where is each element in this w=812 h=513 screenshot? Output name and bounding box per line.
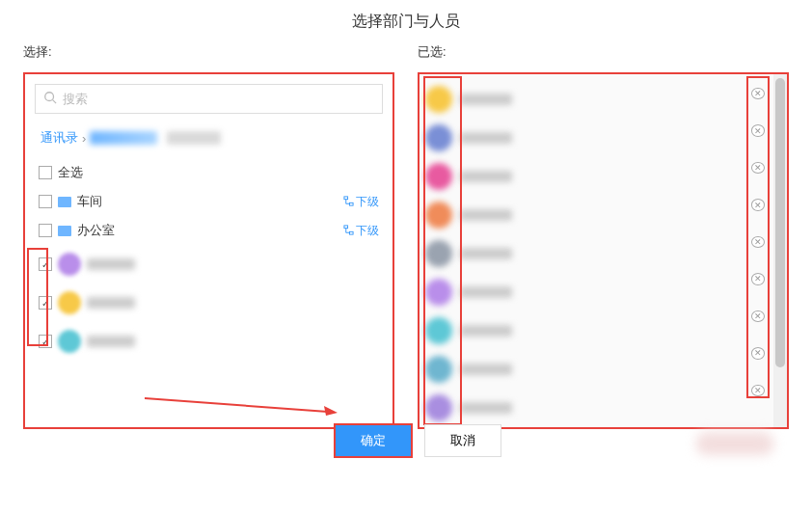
select-all-label: 全选 — [58, 164, 83, 181]
person-row — [35, 245, 383, 284]
person-checkbox[interactable] — [39, 335, 52, 348]
breadcrumb-item-blurred — [90, 131, 157, 145]
person-name-blurred — [460, 171, 512, 182]
selected-row — [425, 234, 744, 273]
dialog-title: 选择部门与人员 — [0, 0, 812, 43]
person-checkbox[interactable] — [39, 257, 52, 271]
dialog-footer: 确定 取消 — [0, 429, 812, 441]
person-name-blurred — [460, 364, 512, 375]
avatar — [58, 291, 81, 314]
person-name-blurred — [460, 209, 512, 221]
selected-row — [425, 119, 744, 157]
breadcrumb-root[interactable]: 通讯录 — [41, 129, 78, 147]
chevron-right-icon: › — [82, 131, 86, 146]
select-panel: 通讯录 › 全选 车间 — [23, 72, 394, 429]
selected-row — [425, 80, 744, 119]
scrollbar-thumb[interactable] — [775, 78, 785, 367]
select-all-checkbox[interactable] — [39, 166, 52, 179]
sublevel-link[interactable]: 下级 — [343, 223, 379, 239]
selected-panel: ✕✕✕✕✕✕✕✕✕ — [418, 72, 789, 429]
department-name: 车间 — [77, 193, 102, 210]
selected-row — [425, 196, 744, 234]
person-name-blurred — [87, 297, 135, 309]
breadcrumb-item-blurred — [167, 131, 221, 145]
department-row: 办公室 下级 — [35, 216, 383, 245]
selected-row — [425, 273, 744, 311]
avatar — [58, 253, 81, 276]
selected-row — [425, 350, 744, 389]
remove-button[interactable]: ✕ — [751, 88, 765, 99]
person-row — [35, 322, 383, 361]
svg-rect-4 — [344, 225, 348, 228]
selected-row — [425, 311, 744, 350]
selected-column: 已选: ✕✕✕✕✕✕✕✕✕ — [418, 43, 789, 429]
person-checkbox[interactable] — [39, 296, 52, 310]
department-checkbox[interactable] — [39, 224, 52, 237]
department-name: 办公室 — [77, 222, 115, 239]
folder-icon — [58, 197, 71, 207]
person-name-blurred — [460, 402, 512, 414]
person-name-blurred — [460, 325, 512, 337]
search-icon — [43, 91, 57, 107]
annotation-highlight — [423, 76, 462, 425]
search-box[interactable] — [35, 84, 383, 114]
select-column: 选择: 通讯录 › 全选 — [23, 43, 394, 429]
person-name-blurred — [460, 286, 512, 298]
department-checkbox[interactable] — [39, 195, 52, 208]
remove-button[interactable]: ✕ — [751, 236, 765, 248]
selected-row — [425, 389, 744, 427]
svg-rect-3 — [349, 202, 353, 205]
sublevel-link[interactable]: 下级 — [343, 194, 379, 210]
department-row: 车间 下级 — [35, 187, 383, 216]
person-name-blurred — [460, 94, 512, 105]
confirm-button[interactable]: 确定 — [334, 423, 413, 458]
person-name-blurred — [460, 248, 512, 259]
scrollbar[interactable] — [773, 74, 787, 427]
selected-row — [425, 157, 744, 196]
avatar — [58, 330, 81, 353]
search-input[interactable] — [63, 92, 374, 106]
remove-button[interactable]: ✕ — [751, 162, 765, 174]
remove-button[interactable]: ✕ — [751, 273, 765, 284]
svg-rect-5 — [349, 231, 353, 234]
select-all-row: 全选 — [35, 158, 383, 187]
tree-icon — [343, 196, 354, 208]
selected-label: 已选: — [418, 43, 789, 61]
remove-button[interactable]: ✕ — [751, 199, 765, 210]
person-name-blurred — [87, 258, 135, 270]
cancel-button[interactable]: 取消 — [424, 424, 501, 457]
svg-rect-2 — [344, 196, 348, 199]
person-name-blurred — [87, 336, 135, 347]
folder-icon — [58, 226, 71, 236]
person-name-blurred — [460, 132, 512, 144]
remove-button[interactable]: ✕ — [751, 347, 765, 359]
svg-point-0 — [45, 93, 54, 101]
annotation-highlight: ✕✕✕✕✕✕✕✕✕ — [746, 76, 770, 398]
remove-button[interactable]: ✕ — [751, 310, 765, 322]
select-label: 选择: — [23, 43, 394, 61]
tree-icon — [343, 225, 354, 237]
selected-list — [425, 80, 744, 421]
remove-button[interactable]: ✕ — [751, 124, 765, 136]
person-row — [35, 284, 383, 322]
svg-line-1 — [53, 100, 57, 104]
breadcrumb: 通讯录 › — [35, 125, 383, 150]
remove-button[interactable]: ✕ — [751, 385, 765, 396]
